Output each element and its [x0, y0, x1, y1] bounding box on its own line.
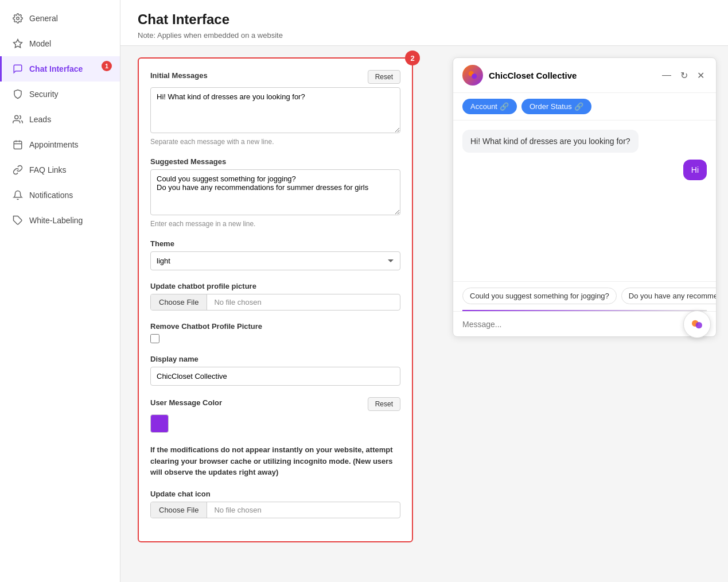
shield-icon [12, 88, 24, 100]
chat-fab-button[interactable] [683, 311, 711, 338]
sidebar-label-chat-interface: Chat Interface [29, 64, 83, 73]
initial-messages-label: Initial Messages [150, 71, 208, 80]
bot-message: Hi! What kind of dresses are you looking… [462, 130, 639, 153]
cache-info-group: If the modifications do not appear insta… [150, 444, 400, 478]
sidebar-item-model[interactable]: Model [0, 31, 120, 56]
user-message-color-label: User Message Color [150, 398, 222, 407]
chat-input-area [453, 311, 716, 336]
main-content: Chat Interface Note: Applies when embedd… [120, 0, 728, 582]
step-badge: 2 [405, 51, 420, 65]
page-header: Chat Interface Note: Applies when embedd… [120, 0, 728, 46]
order-status-action-button[interactable]: Order Status 🔗 [521, 99, 591, 114]
sidebar-label-notifications: Notifications [29, 191, 73, 200]
sidebar: General Model Chat Interface 1 Security [0, 0, 120, 582]
display-name-group: Display name [150, 355, 400, 386]
user-message-color-swatch[interactable] [150, 414, 169, 433]
sidebar-label-general: General [29, 14, 58, 23]
tag-icon [12, 215, 24, 226]
initial-messages-reset-button[interactable]: Reset [368, 70, 400, 84]
bell-icon [12, 189, 24, 201]
account-action-button[interactable]: Account 🔗 [462, 99, 517, 114]
remove-picture-checkbox[interactable] [150, 334, 159, 343]
chat-icon [12, 63, 24, 75]
chat-icon-choose-button[interactable]: Choose File [151, 502, 207, 518]
chat-action-buttons: Account 🔗 Order Status 🔗 [453, 93, 716, 121]
account-link-icon: 🔗 [500, 102, 509, 111]
initial-messages-row: Initial Messages Reset [150, 70, 400, 84]
chat-header: ChicCloset Collective — ↻ ✕ [453, 58, 716, 93]
page-subtitle: Note: Applies when embedded on a website [138, 31, 711, 40]
theme-select[interactable]: light dark [150, 251, 400, 270]
sidebar-label-security: Security [29, 90, 59, 99]
svg-rect-3 [14, 141, 22, 149]
initial-messages-group: Initial Messages Reset Hi! What kind of … [150, 70, 400, 146]
user-message: Hi [683, 160, 707, 180]
chat-suggestions: Could you suggest something for jogging?… [453, 281, 716, 310]
sidebar-item-notifications[interactable]: Notifications [0, 183, 120, 208]
star-icon [12, 38, 24, 49]
user-message-color-reset-button[interactable]: Reset [368, 397, 400, 411]
theme-group: Theme light dark [150, 239, 400, 270]
suggestion-chip-2[interactable]: Do you have any recommenda... [621, 288, 716, 304]
gear-icon [12, 13, 24, 24]
chat-icon-group: Update chat icon Choose File No file cho… [150, 490, 400, 518]
svg-marker-1 [14, 40, 22, 48]
profile-picture-choose-button[interactable]: Choose File [151, 294, 207, 310]
svg-point-0 [17, 17, 20, 20]
chat-message-input[interactable] [462, 320, 692, 329]
profile-picture-file-wrapper: Choose File No file chosen [150, 294, 400, 311]
display-name-label: Display name [150, 355, 400, 363]
chat-avatar [462, 65, 483, 86]
theme-label: Theme [150, 239, 400, 248]
svg-point-9 [472, 73, 477, 79]
sidebar-item-leads[interactable]: Leads [0, 107, 120, 132]
chat-interface-badge: 1 [102, 61, 112, 71]
sidebar-item-faq-links[interactable]: FAQ Links [0, 157, 120, 183]
remove-picture-label: Remove Chatbot Profile Picture [150, 322, 400, 331]
sidebar-item-chat-interface[interactable]: Chat Interface 1 [0, 56, 120, 82]
initial-messages-textarea[interactable]: Hi! What kind of dresses are you looking… [150, 87, 400, 133]
chat-controls: — ↻ ✕ [660, 69, 707, 82]
preview-wrapper: ChicCloset Collective — ↻ ✕ Account 🔗 [453, 57, 717, 344]
profile-picture-label: Update chatbot profile picture [150, 282, 400, 290]
user-message-color-row: User Message Color Reset [150, 397, 400, 411]
close-button[interactable]: ✕ [695, 69, 707, 82]
form-box: 2 Initial Messages Reset Hi! What kind o… [138, 57, 413, 542]
minimize-button[interactable]: — [660, 69, 674, 82]
refresh-button[interactable]: ↻ [678, 69, 690, 82]
cache-info-text: If the modifications do not appear insta… [150, 444, 400, 478]
order-status-btn-label: Order Status [530, 102, 572, 111]
page-title: Chat Interface [138, 11, 711, 28]
sidebar-label-appointments: Appointments [29, 140, 79, 149]
remove-picture-group: Remove Chatbot Profile Picture [150, 322, 400, 343]
suggested-messages-textarea[interactable]: Could you suggest something for jogging?… [150, 169, 400, 215]
sidebar-label-leads: Leads [29, 115, 51, 124]
suggested-messages-group: Suggested Messages Could you suggest som… [150, 157, 400, 228]
sidebar-item-general[interactable]: General [0, 6, 120, 31]
form-panel: 2 Initial Messages Reset Hi! What kind o… [120, 46, 447, 582]
suggestion-chip-1[interactable]: Could you suggest something for jogging? [462, 288, 617, 304]
sidebar-label-model: Model [29, 39, 51, 48]
display-name-input[interactable] [150, 367, 400, 386]
chat-preview: ChicCloset Collective — ↻ ✕ Account 🔗 [453, 57, 717, 337]
order-status-link-icon: 🔗 [574, 102, 583, 111]
suggested-messages-label: Suggested Messages [150, 157, 400, 166]
sidebar-label-faq-links: FAQ Links [29, 165, 67, 174]
svg-point-13 [696, 322, 702, 328]
sidebar-item-security[interactable]: Security [0, 82, 120, 107]
account-btn-label: Account [470, 102, 497, 111]
profile-picture-no-file: No file chosen [207, 294, 268, 310]
content-area: 2 Initial Messages Reset Hi! What kind o… [120, 46, 728, 582]
chat-bot-name: ChicCloset Collective [489, 71, 654, 80]
initial-messages-hint: Separate each message with a new line. [150, 138, 400, 146]
user-message-color-group: User Message Color Reset [150, 397, 400, 433]
suggested-messages-hint: Enter each message in a new line. [150, 220, 400, 228]
remove-picture-checkbox-wrapper [150, 334, 400, 343]
calendar-icon [12, 139, 24, 150]
sidebar-label-white-labeling: White-Labeling [29, 216, 83, 225]
preview-panel: ChicCloset Collective — ↻ ✕ Account 🔗 [447, 46, 728, 582]
link-icon [12, 164, 24, 176]
profile-picture-group: Update chatbot profile picture Choose Fi… [150, 282, 400, 311]
sidebar-item-white-labeling[interactable]: White-Labeling [0, 208, 120, 233]
sidebar-item-appointments[interactable]: Appointments [0, 132, 120, 157]
